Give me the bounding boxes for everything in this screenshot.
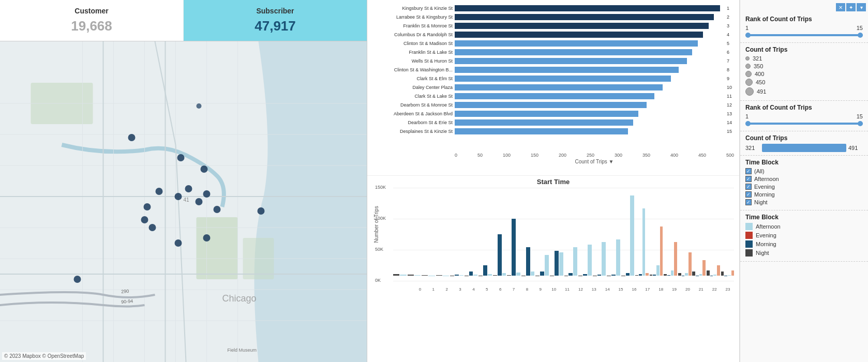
afternoon-bar [428,276,435,276]
afternoon-bar [473,275,477,276]
size-circle [745,64,751,69]
station-bar-row: Desplaines St & Kinzie St15 [372,127,734,135]
rank-slider-track-2[interactable] [745,123,863,125]
night-bar [664,274,667,276]
checkbox-box[interactable]: ✓ [745,184,752,190]
filter-icons: ✕ ✦ ▾ [740,2,868,12]
legend-color-box [745,240,753,248]
time-bar-group [621,195,635,276]
station-rank: 4 [727,32,734,37]
svg-point-27 [128,134,136,141]
evening-bar [660,227,663,276]
station-bar-container [455,32,725,38]
station-bar-row: Kingsbury St & Kinzie St1 [372,4,734,12]
station-name-label: Franklin St & Lake St [372,50,453,55]
morning-bar [455,275,459,276]
afternoon-bar [400,275,406,276]
svg-text:41: 41 [184,197,190,203]
time-axis-item: 7 [507,287,520,292]
station-bar-container [455,5,725,11]
morning-bar [639,274,642,276]
slider-thumb-right-2[interactable] [858,121,863,126]
afternoon-bar [642,208,646,276]
time-bar-group [535,255,549,276]
station-bar [455,76,671,82]
morning-bar [696,276,699,276]
station-rank: 3 [727,23,734,28]
station-bar-container [455,67,725,73]
time-axis-item: 8 [521,287,533,292]
time-bar-group [408,275,421,276]
afternoon-bar [459,275,463,276]
time-axis-item: 10 [548,287,560,292]
station-rank: 12 [727,102,734,108]
checkbox-box[interactable]: ✓ [745,176,752,182]
morning-bar [512,219,516,276]
time-block-checkbox-item[interactable]: ✓Evening [745,184,863,190]
station-rank: 15 [727,129,734,134]
size-filter-label: 321 [753,55,762,62]
station-name-label: Larrabee St & Kingsbury St [372,14,453,20]
time-bar-group [678,252,692,276]
time-block-checkbox-item[interactable]: ✓Morning [745,191,863,198]
legend-label: Afternoon [756,223,781,230]
size-filter-label: 450 [756,79,765,85]
map-container[interactable]: 290 90-94 41 Chicago Field Museum [0,41,367,362]
morning-bar [568,273,573,276]
close-icon[interactable]: ✕ [836,3,845,11]
station-rank: 9 [727,76,734,81]
station-bar-row: Aberdeen St & Jackson Blvd13 [372,110,734,118]
time-axis-item: 6 [494,287,506,292]
time-axis-item: 4 [468,287,480,292]
time-bar-group [578,245,592,276]
time-bar-group [664,242,677,276]
slider-thumb-left-2[interactable] [745,121,751,126]
size-circle [745,71,752,77]
time-bar-group [493,234,506,276]
station-bar-row: Franklin St & Monroe St3 [372,22,734,30]
time-axis-item: 19 [668,287,681,292]
morning-bar [667,275,670,276]
checkbox-box[interactable]: ✓ [745,191,752,198]
time-chart [393,188,734,286]
time-block-checkbox-item[interactable]: ✓(All) [745,168,863,174]
station-bar [455,58,687,64]
station-bar [455,67,679,73]
top-bar-section: Kingsbury St & Kinzie St1Larrabee St & K… [367,0,739,176]
left-panel: Customer 19,668 Subscriber 47,917 [0,0,367,362]
station-name-label: Kingsbury St & Kinzie St [372,6,453,11]
morning-bar [526,247,530,276]
checkbox-box[interactable]: ✓ [745,168,752,174]
checkbox-box[interactable]: ✓ [745,199,752,205]
station-bar-container [455,76,725,82]
slider-thumb-right[interactable] [858,33,863,38]
time-block-legend-item: Night [745,249,863,257]
station-bar [455,119,633,126]
station-name-label: Clark St & Lake St [372,94,453,99]
station-bar [455,23,709,29]
right-panel: ✕ ✦ ▾ Rank of Count of Trips 1 15 Count … [740,0,868,362]
rank-filter-section-2: Rank of Count of Trips 1 15 [740,101,868,131]
size-filter-label: 350 [754,63,763,69]
station-name-label: Clinton St & Madison St [372,41,453,46]
legend-color-box [745,223,753,230]
time-bar-group [607,239,620,276]
range-bar-container[interactable] [762,144,846,152]
time-block-checkbox-item[interactable]: ✓Afternoon [745,176,863,182]
morning-bar [724,276,727,276]
time-bar-group [465,272,478,276]
rank-slider-track-1[interactable] [745,34,863,36]
hbar-chart: Kingsbury St & Kinzie St1Larrabee St & K… [372,4,734,152]
station-bar-container [455,119,725,126]
station-rank: 1 [727,6,734,11]
slider-thumb-left[interactable] [745,33,751,38]
svg-text:290: 290 [121,289,129,294]
pin-icon[interactable]: ✦ [846,3,856,11]
expand-icon[interactable]: ▾ [857,3,866,11]
time-axis-item: 13 [588,287,600,292]
bar-chart-axis-label: Count of Trips ▼ [455,159,734,164]
customer-box: Customer 19,668 [0,0,184,41]
time-block-checkbox-item[interactable]: ✓Night [745,199,863,205]
afternoon-bar [414,275,421,276]
checkbox-label: Night [754,199,768,205]
